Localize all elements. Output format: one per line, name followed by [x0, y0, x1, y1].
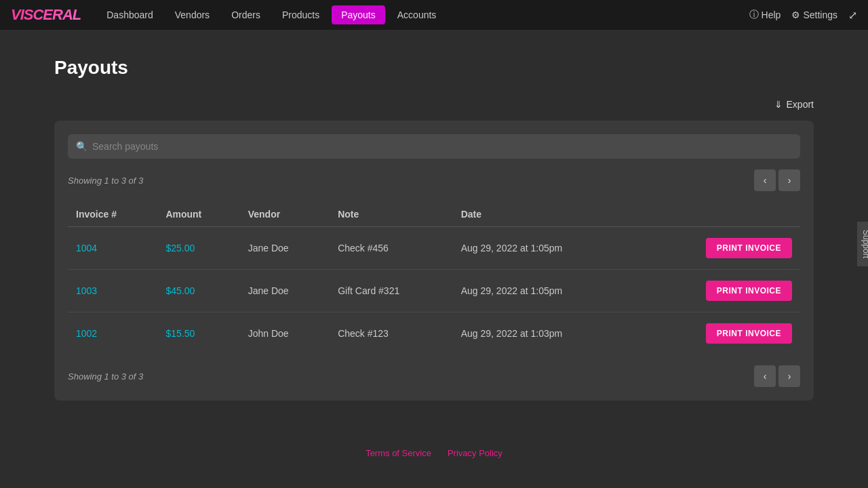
bottom-pagination-row: Showing 1 to 3 of 3 ‹ ›: [68, 365, 800, 387]
col-note: Note: [330, 202, 453, 227]
col-vendor: Vendor: [240, 202, 330, 227]
privacy-link[interactable]: Privacy Policy: [448, 448, 502, 458]
date-cell-0: Aug 29, 2022 at 1:05pm: [453, 227, 639, 270]
vendor-cell-0: Jane Doe: [240, 227, 330, 270]
table-row: 1002 $15.50 John Doe Check #123 Aug 29, …: [68, 312, 800, 355]
vendor-cell-1: Jane Doe: [240, 270, 330, 312]
top-pagination-row: Showing 1 to 3 of 3 ‹ ›: [68, 169, 800, 191]
col-date: Date: [453, 202, 639, 227]
search-icon: 🔍: [76, 141, 87, 152]
action-cell-1: PRINT INVOICE: [638, 270, 800, 312]
help-icon: ⓘ: [749, 9, 759, 21]
expand-icon[interactable]: ⤢: [848, 9, 857, 22]
table-row: 1004 $25.00 Jane Doe Check #456 Aug 29, …: [68, 227, 800, 270]
export-icon: ⇓: [774, 99, 783, 110]
showing-text-top: Showing 1 to 3 of 3: [68, 176, 143, 186]
invoice-link-0[interactable]: 1004: [76, 243, 97, 253]
bottom-pagination-btns: ‹ ›: [754, 365, 800, 387]
prev-page-button-top[interactable]: ‹: [754, 169, 776, 191]
support-tab[interactable]: Support: [857, 222, 868, 266]
settings-button[interactable]: ⚙ Settings: [791, 9, 837, 20]
page-title: Payouts: [54, 57, 814, 79]
table-row: 1003 $45.00 Jane Doe Gift Card #321 Aug …: [68, 270, 800, 312]
nav-item-accounts[interactable]: Accounts: [388, 5, 446, 24]
export-button[interactable]: ⇓ Export: [774, 99, 814, 110]
amount-cell-2: $15.50: [157, 312, 239, 355]
terms-link[interactable]: Terms of Service: [366, 448, 431, 458]
amount-cell-0: $25.00: [157, 227, 239, 270]
nav-item-dashboard[interactable]: Dashboard: [97, 5, 163, 24]
print-invoice-button-1[interactable]: PRINT INVOICE: [706, 281, 792, 301]
table-header: Invoice # Amount Vendor Note Date: [68, 202, 800, 227]
nav-item-payouts[interactable]: Payouts: [332, 5, 385, 24]
nav-right: ⓘ Help ⚙ Settings ⤢: [749, 9, 857, 22]
date-cell-1: Aug 29, 2022 at 1:05pm: [453, 270, 639, 312]
vendor-cell-2: John Doe: [240, 312, 330, 355]
search-wrapper: 🔍: [68, 134, 800, 159]
print-invoice-button-2[interactable]: PRINT INVOICE: [706, 323, 792, 344]
top-pagination-btns: ‹ ›: [754, 169, 800, 191]
date-cell-2: Aug 29, 2022 at 1:03pm: [453, 312, 639, 355]
table-body: 1004 $25.00 Jane Doe Check #456 Aug 29, …: [68, 227, 800, 355]
next-page-button-top[interactable]: ›: [778, 169, 800, 191]
amount-cell-1: $45.00: [157, 270, 239, 312]
payouts-table: Invoice # Amount Vendor Note Date 1004 $…: [68, 202, 800, 354]
footer: Terms of Service Privacy Policy: [0, 428, 868, 479]
note-cell-1: Gift Card #321: [330, 270, 453, 312]
navbar: VISCERAL Dashboard Vendors Orders Produc…: [0, 0, 868, 30]
nav-item-vendors[interactable]: Vendors: [165, 5, 219, 24]
search-input[interactable]: [68, 134, 800, 159]
note-cell-2: Check #123: [330, 312, 453, 355]
print-invoice-button-0[interactable]: PRINT INVOICE: [706, 238, 792, 258]
nav-item-products[interactable]: Products: [273, 5, 329, 24]
export-row: ⇓ Export: [54, 99, 814, 110]
prev-page-button-bottom[interactable]: ‹: [754, 365, 776, 387]
help-button[interactable]: ⓘ Help: [749, 9, 781, 21]
showing-text-bottom: Showing 1 to 3 of 3: [68, 371, 143, 382]
payouts-table-container: 🔍 Showing 1 to 3 of 3 ‹ › Invoice # Amou…: [54, 121, 814, 401]
invoice-link-1[interactable]: 1003: [76, 285, 97, 296]
nav-item-orders[interactable]: Orders: [222, 5, 270, 24]
note-cell-0: Check #456: [330, 227, 453, 270]
next-page-button-bottom[interactable]: ›: [778, 365, 800, 387]
logo: VISCERAL: [11, 6, 81, 24]
col-invoice: Invoice #: [68, 202, 157, 227]
col-actions: [638, 202, 800, 227]
action-cell-2: PRINT INVOICE: [638, 312, 800, 355]
invoice-link-2[interactable]: 1002: [76, 328, 97, 339]
col-amount: Amount: [157, 202, 239, 227]
action-cell-0: PRINT INVOICE: [638, 227, 800, 270]
gear-icon: ⚙: [791, 9, 800, 20]
main-content: Payouts ⇓ Export 🔍 Showing 1 to 3 of 3 ‹…: [0, 30, 868, 428]
